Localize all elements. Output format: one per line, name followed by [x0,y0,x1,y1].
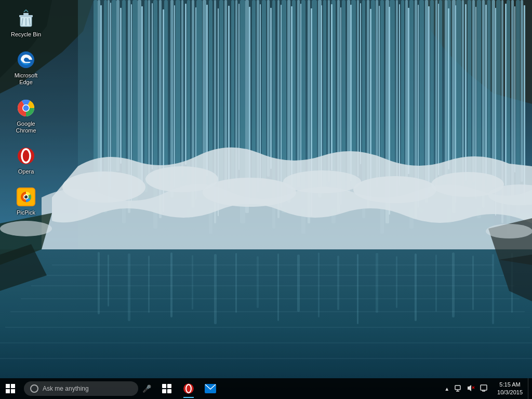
tray-expand-button[interactable]: ▲ [443,386,450,392]
microsoft-edge-icon[interactable]: Microsoft Edge [5,46,47,89]
search-placeholder: Ask me anything [43,385,89,392]
google-chrome-icon[interactable]: Google Chrome [5,95,47,137]
svg-point-181 [23,105,29,111]
cortana-icon [30,384,38,393]
taskbar-opera-button[interactable] [178,378,199,399]
windows-logo [6,384,15,393]
microphone-icon[interactable]: 🎤 [142,384,151,393]
taskbar: Ask me anything 🎤 [0,378,532,399]
system-tray: ▲ [440,378,492,399]
taskbar-right: ▲ [440,378,532,399]
show-desktop-button[interactable] [528,378,532,399]
google-chrome-label: Google Chrome [7,121,45,134]
volume-tray-icon[interactable] [465,384,476,393]
action-center-icon[interactable] [478,384,489,393]
recycle-bin-label: Recycle Bin [11,31,41,38]
svg-rect-192 [167,384,171,388]
svg-rect-194 [167,389,171,393]
svg-point-195 [183,383,194,394]
network-tray-icon[interactable] [453,384,463,393]
opera-label: Opera [18,168,34,175]
microsoft-edge-label: Microsoft Edge [7,72,45,86]
search-bar[interactable]: Ask me anything [24,381,138,396]
svg-rect-193 [162,389,166,393]
svg-rect-191 [162,384,166,388]
opera-icon[interactable]: Opera [5,142,47,178]
start-button[interactable] [0,378,21,399]
svg-rect-174 [23,13,29,15]
svg-point-182 [18,148,34,164]
picpick-icon[interactable]: PicPick [5,183,47,219]
clock[interactable]: 5:15 AM 10/3/2015 [492,378,528,399]
clock-date: 10/3/2015 [497,389,523,396]
svg-point-190 [24,195,25,196]
clock-time: 5:15 AM [499,381,520,389]
svg-rect-173 [19,15,33,17]
taskbar-apps [156,378,221,399]
svg-rect-171 [0,0,532,399]
desktop-icons: Recycle Bin Microsoft Edge [5,5,47,219]
task-view-button[interactable] [156,378,177,399]
svg-rect-198 [455,385,460,390]
taskbar-mail-button[interactable] [200,378,221,399]
desktop: Recycle Bin Microsoft Edge [0,0,532,399]
svg-rect-203 [481,385,487,390]
picpick-label: PicPick [17,209,35,216]
recycle-bin-icon[interactable]: Recycle Bin [5,5,47,41]
